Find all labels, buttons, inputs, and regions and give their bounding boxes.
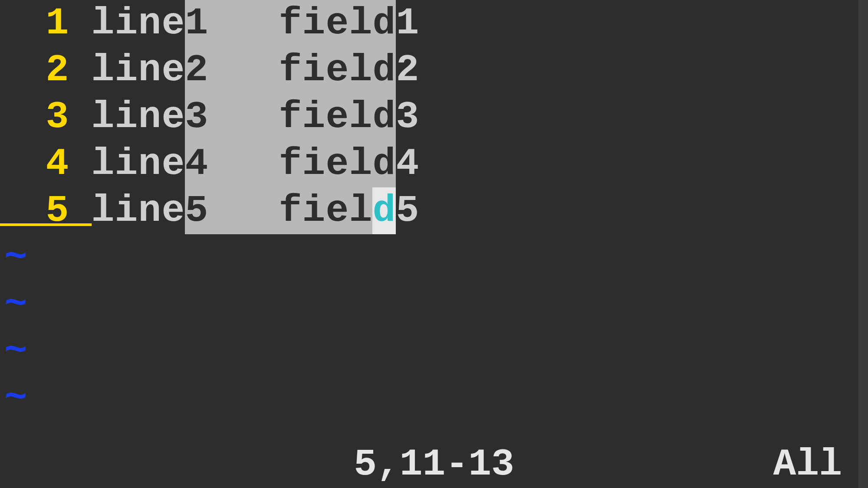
empty-lines: ~~~~ — [0, 234, 868, 422]
text-buffer[interactable]: 1 line1 field1 2 line2 field2 3 line3 fi… — [0, 0, 868, 234]
vim-editor[interactable]: 1 line1 field1 2 line2 field2 3 line3 fi… — [0, 0, 868, 488]
line-number: 4 — [0, 141, 91, 187]
text-line[interactable]: 1 line1 field1 — [0, 0, 868, 47]
empty-line-tilde: ~ — [0, 281, 868, 328]
cursor-position: 5,11-13 — [354, 441, 514, 488]
line-content[interactable]: line1 field1 — [91, 0, 419, 47]
status-bar: -- VISUAL5x9 5,11-13 All — [0, 441, 868, 488]
line-content[interactable]: line4 field4 — [91, 141, 419, 187]
line-content[interactable]: line3 field3 — [91, 94, 419, 141]
text-line[interactable]: 2 line2 field2 — [0, 47, 868, 94]
scrollbar[interactable] — [858, 0, 868, 488]
line-number: 1 — [0, 0, 91, 47]
empty-line-tilde: ~ — [0, 375, 868, 422]
line-number: 3 — [0, 94, 91, 141]
line-number: 5 — [0, 187, 91, 234]
scroll-indicator: All — [773, 441, 868, 488]
empty-line-tilde: ~ — [0, 328, 868, 375]
line-number: 2 — [0, 47, 91, 94]
text-line[interactable]: 4 line4 field4 — [0, 141, 868, 187]
line-content[interactable]: line5 field5 — [91, 187, 419, 234]
text-line[interactable]: 3 line3 field3 — [0, 94, 868, 141]
text-line[interactable]: 5 line5 field5 — [0, 187, 868, 234]
line-content[interactable]: line2 field2 — [91, 47, 419, 94]
empty-line-tilde: ~ — [0, 234, 868, 281]
